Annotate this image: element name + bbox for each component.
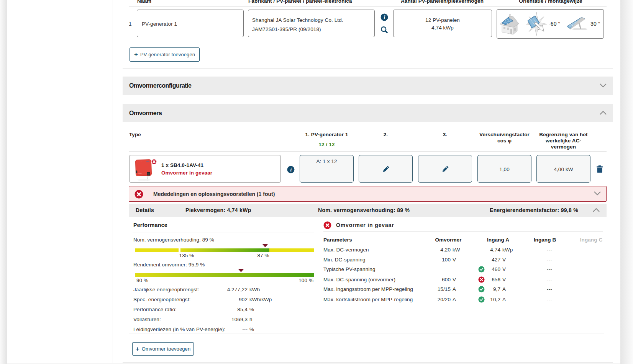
svg-text:i: i (290, 166, 292, 173)
svg-text:i: i (384, 14, 385, 20)
